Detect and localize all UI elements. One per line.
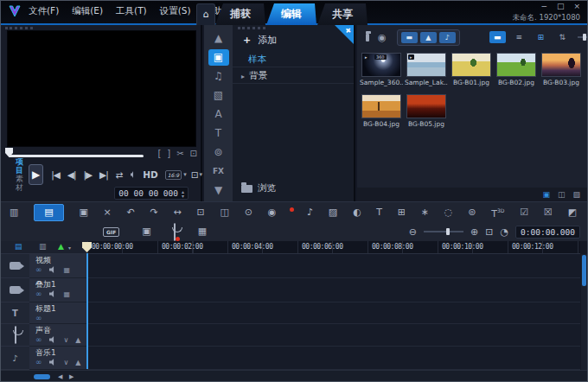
speaker-icon[interactable] xyxy=(49,290,57,297)
fade-icon[interactable]: ∨ xyxy=(64,336,69,344)
tab-edit[interactable]: 编辑 xyxy=(266,3,316,25)
thumbnail-size-slider[interactable] xyxy=(578,36,588,38)
lasso-mask-icon[interactable]: ◌ xyxy=(444,205,453,220)
template-category-icon[interactable]: A xyxy=(208,106,229,123)
title-track-lane[interactable] xyxy=(87,302,580,324)
record-capture-icon[interactable]: ◉ xyxy=(378,32,387,43)
filter-video-icon[interactable]: ▬ xyxy=(401,32,418,43)
library-item[interactable]: BG-B05.jpg xyxy=(405,94,448,128)
library-folders-icon[interactable]: ▣ xyxy=(542,190,550,199)
slider-thumb[interactable] xyxy=(583,34,586,41)
library-item[interactable]: BG-B03.jpg xyxy=(540,53,583,86)
preview-scrubber[interactable]: [ ] ✂ ⊡ xyxy=(1,147,202,161)
chain-link-icon[interactable]: ∞ xyxy=(35,315,42,322)
resample-icon[interactable]: ⊙ xyxy=(245,205,252,220)
go-start-button[interactable]: |◀ xyxy=(51,169,60,180)
folder-item-samples[interactable]: 样本 xyxy=(233,51,354,67)
track-row-music[interactable]: ♪ 音乐1 ∞ ∨ ▲ xyxy=(1,347,587,370)
folder-item-backgrounds[interactable]: ▸背景 xyxy=(233,67,354,84)
enlarge-preview-icon[interactable]: ⊡ xyxy=(197,205,205,220)
music-track-header[interactable]: 音乐1 ∞ ∨ ▲ xyxy=(29,347,87,370)
copy-icon[interactable]: ▣ xyxy=(79,205,87,220)
play-button[interactable]: ▶ xyxy=(29,164,43,185)
scroll-left-icon[interactable]: ◀ xyxy=(58,373,62,380)
media-category-icon[interactable]: ▣ xyxy=(208,49,229,66)
import-media-icon[interactable] xyxy=(366,34,369,41)
caret-down-icon[interactable]: ▾ xyxy=(183,171,187,178)
add-folder-button[interactable]: +添加 xyxy=(243,34,277,47)
video-track-header[interactable]: 视频 ∞ ▦ xyxy=(29,254,87,278)
scroll-up-icon[interactable]: ▲ xyxy=(208,30,229,47)
chroma-key-icon[interactable]: ◩ xyxy=(567,205,576,220)
screen-record-icon[interactable]: ▣ xyxy=(142,224,150,239)
collage-icon[interactable]: ⊞ xyxy=(398,205,406,220)
trim-icon[interactable]: ↔ xyxy=(174,205,182,220)
video-track-lane[interactable] xyxy=(87,254,580,278)
ripple-edit-icon[interactable]: ▦ xyxy=(64,266,71,274)
hd-toggle[interactable]: HD xyxy=(143,169,158,180)
track-row-video[interactable]: 视频 ∞ ▦ xyxy=(1,254,587,278)
panel-grip[interactable] xyxy=(238,27,265,29)
tab-capture[interactable]: 捕获 xyxy=(215,3,265,25)
title-track-header[interactable]: 标题1 ∞ xyxy=(29,302,87,324)
library-item[interactable]: ▸360 Sample_360... xyxy=(360,53,403,86)
track-row-voice[interactable]: 声音 ∞ ∨ ▲ xyxy=(1,324,587,347)
timeline-horizontal-scrollbar[interactable]: ◀ ▶ xyxy=(1,370,587,382)
overlay-track-header[interactable]: 叠加1 ∞ ▦ xyxy=(29,278,87,302)
scrubber-track[interactable] xyxy=(9,155,144,157)
enlarge-preview-icon[interactable]: ⊡ xyxy=(190,149,197,158)
transition-category-icon[interactable]: ▧ xyxy=(208,87,229,104)
color-grading-icon[interactable]: ◉ xyxy=(268,205,277,220)
next-frame-button[interactable]: |▶ xyxy=(83,169,92,180)
ripple-edit-icon[interactable]: ▦ xyxy=(64,290,71,298)
fade-in-icon[interactable]: ▲ xyxy=(75,359,80,366)
scrollbar-thumb[interactable] xyxy=(34,374,50,379)
panel-grip[interactable] xyxy=(5,27,33,29)
split-scissors-icon[interactable]: ✂ xyxy=(176,149,183,158)
smart-proxy-icon[interactable]: ☒ xyxy=(544,205,553,220)
audio-mixer-icon[interactable]: ♪ xyxy=(307,205,313,220)
mark-out-button[interactable]: ] xyxy=(167,149,170,158)
timeline-zoom-slider[interactable] xyxy=(424,231,463,232)
graphics-category-icon[interactable]: ⊚ xyxy=(208,144,229,161)
caret-down-icon[interactable]: ▾ xyxy=(68,245,71,251)
timeline-timecode[interactable]: 0:00:00.000 xyxy=(515,226,580,239)
close-button[interactable]: × xyxy=(573,2,580,10)
slider-thumb[interactable] xyxy=(446,228,450,235)
prev-frame-button[interactable]: ◀| xyxy=(67,169,76,180)
fade-in-icon[interactable]: ▲ xyxy=(75,336,80,344)
scroll-down-icon[interactable]: ▼ xyxy=(208,182,229,199)
voice-track-header[interactable]: 声音 ∞ ∨ ▲ xyxy=(29,324,87,347)
filter-audio-icon[interactable]: ♪ xyxy=(439,32,456,43)
title-category-icon[interactable]: T xyxy=(208,125,229,142)
caret-down-icon[interactable]: ▾ xyxy=(199,171,202,178)
blend-mode-icon[interactable]: ◐ xyxy=(353,205,361,220)
speaker-icon[interactable] xyxy=(49,336,57,343)
library-item[interactable]: BG-B04.jpg xyxy=(360,94,403,128)
preview-timecode[interactable]: 00 00 00 000 ▴▾ xyxy=(114,187,189,200)
timecode-spinner[interactable]: ▴▾ xyxy=(182,189,184,198)
duration-clock-icon[interactable]: ◔ xyxy=(500,226,508,238)
chain-link-icon[interactable]: ∞ xyxy=(35,336,42,344)
track-row-overlay[interactable]: 叠加1 ∞ ▦ xyxy=(1,278,587,302)
speaker-icon[interactable] xyxy=(49,359,57,366)
volume-icon[interactable] xyxy=(131,171,136,178)
view-grid-icon[interactable]: ⊞ xyxy=(533,31,549,43)
tab-share[interactable]: 共享 xyxy=(317,3,368,25)
mixed-tools-icon[interactable]: × xyxy=(104,205,112,220)
mode-project-label[interactable]: 项目 xyxy=(16,157,25,175)
music-track-lane[interactable] xyxy=(87,347,580,370)
expand-caret-icon[interactable]: ▸ xyxy=(241,73,245,80)
scrollbar-thumb[interactable] xyxy=(582,255,586,286)
library-panels-icon[interactable]: ◫ xyxy=(558,190,566,199)
crop-dropdown[interactable]: ⊡ xyxy=(191,169,198,180)
sort-icon[interactable]: ⇅ xyxy=(554,31,571,43)
timeline-view-icon[interactable]: ▤ xyxy=(34,204,63,221)
speaker-icon[interactable] xyxy=(49,266,57,273)
menu-edit[interactable]: 编辑(E) xyxy=(72,5,103,17)
motion-effect-icon[interactable]: ∗ xyxy=(421,205,429,220)
menu-file[interactable]: 文件(F) xyxy=(29,5,59,17)
browse-button[interactable]: 浏览 xyxy=(241,182,276,194)
aspect-ratio-dropdown[interactable]: 16:9 xyxy=(165,170,182,180)
title-3d-icon[interactable]: T3D xyxy=(491,203,504,222)
